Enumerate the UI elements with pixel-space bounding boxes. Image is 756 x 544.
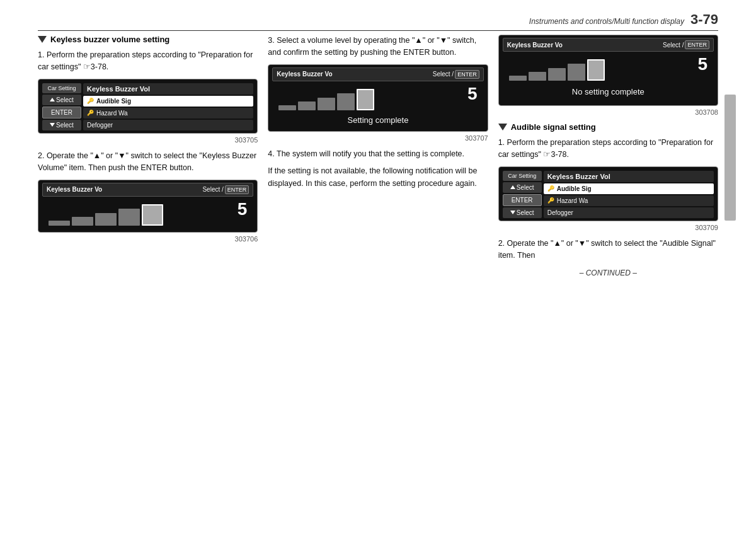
menu-left-4: Car Setting Select ENTER Select bbox=[503, 171, 542, 218]
screen-nosetting: Keyless Buzzer Vo Select / ENTER bbox=[498, 35, 718, 106]
col2-step3: 3. Select a volume level by operating th… bbox=[268, 35, 488, 59]
menu4-item-defogger: Defogger bbox=[544, 207, 714, 218]
select-up-btn-4: Select bbox=[503, 182, 542, 193]
screen-2: Keyless Buzzer Vo Select / ENTER bbox=[38, 180, 258, 233]
triangle-icon bbox=[38, 36, 47, 43]
columns-container: Keyless buzzer volume setting 1. Perform… bbox=[38, 35, 718, 277]
vol-number-3: 5 bbox=[467, 85, 478, 103]
enter-badge-3: ENTER bbox=[455, 70, 479, 79]
col3-step1: 1. Perform the preparation steps accordi… bbox=[498, 137, 718, 161]
img-code-303708: 303708 bbox=[498, 108, 718, 116]
column-2: 3. Select a volume level by operating th… bbox=[268, 35, 488, 277]
img-code-303706: 303706 bbox=[38, 235, 258, 243]
car-setting-label-4: Car Setting bbox=[503, 171, 542, 181]
section-heading-1: Keyless buzzer volume setting bbox=[38, 35, 258, 44]
screen3-label: Keyless Buzzer Vo bbox=[277, 71, 332, 78]
menu-item-keyless: Keyless Buzzer Vol bbox=[83, 83, 253, 95]
header-page: 3-79 bbox=[690, 11, 718, 28]
menu-right-4: Keyless Buzzer Vol 🔑 Audible Sig 🔑 Hazar… bbox=[544, 171, 714, 218]
select-up-btn: Select bbox=[42, 95, 81, 105]
col3-step2: 2. Operate the "▲" or "▼" switch to sele… bbox=[498, 238, 718, 262]
screen2-topbar: Keyless Buzzer Vo Select / ENTER bbox=[42, 183, 253, 197]
screen-3: Keyless Buzzer Vo Select / ENTER bbox=[268, 64, 488, 132]
img-code-303709: 303709 bbox=[498, 224, 718, 231]
section-heading-2: Audible signal setting bbox=[498, 122, 718, 132]
vol-number-ns: 5 bbox=[697, 55, 707, 73]
column-1: Keyless buzzer volume setting 1. Perform… bbox=[38, 35, 258, 277]
col1-step1: 1. Perform the preparation steps accordi… bbox=[38, 49, 258, 74]
menu-right-1: Keyless Buzzer Vol 🔑 Audible Sig 🔑 Hazar… bbox=[83, 83, 253, 130]
page-header: Instruments and controls/Multi function … bbox=[38, 11, 718, 31]
header-title: Instruments and controls/Multi function … bbox=[529, 17, 684, 26]
col2-step4b: If the setting is not available, the fol… bbox=[268, 165, 488, 190]
car-setting-label: Car Setting bbox=[42, 83, 81, 93]
screen-4: Car Setting Select ENTER Select bbox=[498, 166, 718, 221]
menu-item-defogger: Defogger bbox=[83, 120, 253, 130]
setting-complete-label: Setting complete bbox=[272, 113, 483, 127]
section-title-1: Keyless buzzer volume setting bbox=[50, 35, 169, 44]
screen3-right: Select / ENTER bbox=[433, 70, 479, 79]
col2-step4: 4. The system will notify you that the s… bbox=[268, 148, 488, 160]
select-down-btn-4: Select bbox=[503, 207, 542, 218]
screen-ns-topbar: Keyless Buzzer Vo Select / ENTER bbox=[503, 38, 714, 52]
enter-badge-2: ENTER bbox=[225, 185, 249, 194]
select-down-btn: Select bbox=[42, 120, 81, 130]
img-code-303705: 303705 bbox=[38, 136, 258, 144]
sidebar-indicator bbox=[724, 95, 736, 221]
enter-label: ENTER bbox=[42, 107, 81, 119]
menu-item-audible: 🔑 Audible Sig bbox=[83, 96, 253, 107]
screen2-right: Select / ENTER bbox=[202, 185, 249, 194]
column-3: Keyless Buzzer Vo Select / ENTER bbox=[498, 35, 718, 277]
screen3-topbar: Keyless Buzzer Vo Select / ENTER bbox=[272, 67, 483, 81]
col1-step2: 2. Operate the "▲" or "▼" switch to sele… bbox=[38, 150, 258, 175]
screen-ns-label: Keyless Buzzer Vo bbox=[507, 42, 563, 49]
screen2-label: Keyless Buzzer Vo bbox=[47, 186, 102, 193]
continued-label: – CONTINUED – bbox=[498, 269, 718, 277]
menu-left-1: Car Setting Select ENTER Select bbox=[42, 83, 81, 130]
menu4-item-audible: 🔑 Audible Sig bbox=[544, 183, 714, 194]
enter-label-4: ENTER bbox=[503, 194, 542, 206]
menu4-item-keyless: Keyless Buzzer Vol bbox=[544, 171, 714, 182]
screen-1: Car Setting Select ENTER Select bbox=[38, 79, 258, 134]
menu4-item-hazard: 🔑 Hazard Wa bbox=[544, 195, 714, 206]
no-setting-label: No setting complete bbox=[503, 83, 714, 101]
section-title-2: Audible signal setting bbox=[511, 122, 596, 132]
triangle-icon-2 bbox=[498, 124, 507, 130]
menu-item-hazard: 🔑 Hazard Wa bbox=[83, 108, 253, 119]
img-code-303707: 303707 bbox=[268, 134, 488, 142]
screen-ns-right: Select / ENTER bbox=[663, 40, 709, 49]
vol-number-2: 5 bbox=[238, 200, 248, 218]
enter-badge-ns: ENTER bbox=[685, 40, 709, 49]
main-content: Keyless buzzer volume setting 1. Perform… bbox=[38, 35, 718, 525]
